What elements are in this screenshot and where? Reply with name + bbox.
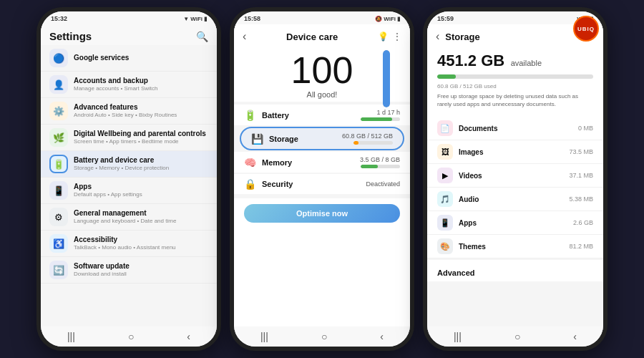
advanced-text: Advanced features Android Auto • Side ke… (74, 103, 208, 119)
storage-bar-fill (437, 74, 456, 79)
time-3: 15:59 (437, 15, 454, 22)
battery-bar-fill (361, 117, 392, 121)
care-item-battery[interactable]: 🔋 Battery 1 d 17 h (234, 105, 410, 125)
nav-lines-3[interactable]: ||| (454, 331, 462, 342)
settings-item-google[interactable]: 🔵 Google services (41, 45, 217, 72)
care-item-storage[interactable]: 💾 Storage 60.8 GB / 512 GB (240, 127, 404, 150)
themes-icon: 🎨 (437, 238, 453, 254)
storage-item-videos[interactable]: ▶ Videos 37.1 MB (427, 164, 603, 188)
storage-bar-fill (353, 141, 358, 145)
care-battery-left: 🔋 Battery (244, 110, 289, 121)
nav-lines-2[interactable]: ||| (260, 331, 268, 342)
settings-item-accounts[interactable]: 👤 Accounts and backup Manage accounts • … (41, 72, 217, 98)
care-memory-right: 3.5 GB / 8 GB (360, 156, 400, 168)
accounts-title: Accounts and backup (74, 77, 208, 85)
settings-screen: Settings 🔍 🔵 Google services 👤 Accounts … (41, 24, 217, 326)
battery-mini-bar (361, 117, 400, 121)
battery-title: Battery and device care (74, 156, 208, 165)
storage-care-icon: 💾 (251, 133, 263, 145)
care-storage-right: 60.8 GB / 512 GB (342, 132, 393, 145)
storage-item-images[interactable]: 🖼 Images 73.5 MB (427, 140, 603, 164)
storage-advanced-section[interactable]: Advanced (427, 260, 603, 281)
accessibility-text: Accessibility TalkBack • Mono audio • As… (74, 236, 208, 251)
device-care-header: ‹ Device care 💡 ⋮ (234, 24, 410, 46)
storage-item-audio[interactable]: 🎵 Audio 5.38 MB (427, 188, 603, 211)
nav-back-2[interactable]: ‹ (380, 331, 384, 342)
score-bar (383, 50, 390, 107)
storage-item-documents[interactable]: 📄 Documents 0 MB (427, 117, 603, 140)
apps-icon: 📱 (49, 181, 68, 200)
images-name: Images (459, 148, 483, 156)
search-icon[interactable]: 🔍 (196, 31, 208, 42)
optimise-button[interactable]: Optimise now (244, 204, 400, 223)
bulb-icon[interactable]: 💡 (378, 32, 389, 42)
security-care-value: Deactivated (366, 180, 400, 188)
nav-home-2[interactable]: ○ (321, 331, 327, 342)
accessibility-icon: ♿ (49, 234, 68, 253)
storage-mini-bar (353, 141, 393, 145)
apps-storage-icon: 📱 (437, 215, 453, 231)
security-care-icon: 🔒 (244, 178, 256, 190)
storage-item-themes[interactable]: 🎨 Themes 81.2 MB (427, 235, 603, 258)
themes-size: 81.2 MB (569, 243, 593, 250)
google-title: Google services (74, 54, 208, 62)
battery-care-value: 1 d 17 h (376, 109, 400, 116)
settings-item-apps[interactable]: 📱 Apps Default apps • App settings (41, 178, 217, 204)
apps-storage-size: 2.6 GB (573, 219, 593, 226)
nav-home-3[interactable]: ○ (514, 331, 520, 342)
audio-left: 🎵 Audio (437, 191, 479, 207)
themes-name: Themes (459, 243, 486, 251)
mute-icon: 🔕 (375, 16, 382, 22)
nav-bar-2: ||| ○ ‹ (234, 326, 410, 347)
nav-back[interactable]: ‹ (187, 331, 190, 342)
settings-item-advanced[interactable]: ⚙️ Advanced features Android Auto • Side… (41, 98, 217, 125)
storage-back-button[interactable]: ‹ (436, 30, 439, 43)
images-icon: 🖼 (437, 144, 453, 160)
nav-lines[interactable]: ||| (67, 331, 75, 342)
images-size: 73.5 MB (569, 148, 593, 155)
memory-care-name: Memory (262, 158, 292, 167)
apps-title: Apps (74, 183, 208, 191)
themes-left: 🎨 Themes (437, 238, 486, 254)
accounts-icon: 👤 (49, 75, 68, 94)
settings-item-general[interactable]: ⚙ General management Language and keyboa… (41, 204, 217, 231)
battery-subtitle: Storage • Memory • Device protection (74, 165, 208, 172)
storage-description: Free up storage space by deleting unused… (437, 92, 593, 108)
software-title: Software update (74, 262, 208, 271)
wifi-icon: WiFi (190, 16, 203, 22)
battery-icon-2: ▮ (397, 16, 400, 22)
care-items-list: 🔋 Battery 1 d 17 h 💾 Storage 60.8 GB (234, 102, 410, 198)
settings-item-battery[interactable]: 🔋 Battery and device care Storage • Memo… (41, 151, 217, 178)
phone-storage: 15:59 WiFi ▮ ‹ Storage 451.2 GB availabl… (423, 7, 608, 351)
settings-item-wellbeing[interactable]: 🌿 Digital Wellbeing and parental control… (41, 125, 217, 151)
google-text: Google services (74, 54, 208, 62)
score-section: 100 All good! (234, 46, 410, 102)
settings-item-accessibility[interactable]: ♿ Accessibility TalkBack • Mono audio • … (41, 231, 217, 257)
settings-item-software[interactable]: 🔄 Software update Download and install (41, 257, 217, 284)
wellbeing-subtitle: Screen time • App timers • Bedtime mode (74, 138, 208, 145)
time-2: 15:58 (244, 15, 260, 22)
general-icon: ⚙ (49, 208, 68, 226)
back-button[interactable]: ‹ (243, 30, 246, 43)
general-text: General management Language and keyboard… (74, 209, 208, 225)
advanced-subtitle: Android Auto • Side key • Bixby Routines (74, 112, 208, 119)
storage-care-name: Storage (269, 135, 298, 143)
storage-size: 451.2 GB (437, 52, 504, 69)
memory-mini-bar (361, 165, 400, 168)
care-item-memory[interactable]: 🧠 Memory 3.5 GB / 8 GB (234, 152, 410, 173)
storage-item-apps[interactable]: 📱 Apps 2.6 GB (427, 211, 603, 235)
more-icon[interactable]: ⋮ (393, 32, 401, 42)
status-bar-2: 15:58 🔕 WiFi ▮ (234, 11, 410, 24)
accounts-text: Accounts and backup Manage accounts • Sm… (74, 77, 208, 92)
logo-text: UBIQ (577, 26, 595, 32)
care-item-security[interactable]: 🔒 Security Deactivated (234, 174, 410, 194)
header-actions: 💡 ⋮ (378, 32, 401, 42)
battery-icon-item: 🔋 (49, 155, 68, 173)
memory-bar-fill (361, 165, 378, 168)
nav-home[interactable]: ○ (128, 331, 134, 342)
general-subtitle: Language and keyboard • Date and time (74, 218, 208, 225)
nav-back-3[interactable]: ‹ (573, 331, 577, 342)
settings-header: Settings 🔍 (41, 24, 217, 45)
google-icon: 🔵 (49, 49, 68, 67)
videos-icon: ▶ (437, 168, 453, 183)
